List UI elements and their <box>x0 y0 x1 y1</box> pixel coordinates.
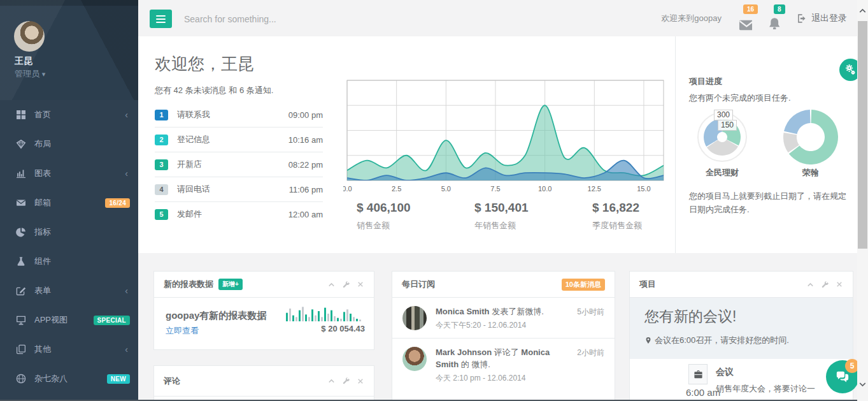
list-item[interactable]: 2 登记信息 10:16 am <box>155 128 323 152</box>
report-panel: 新的报表数据 新增+ goopay有新的报表数据 立即查看 $ 20 054.4… <box>153 271 374 350</box>
user-role-label: 管理员 <box>15 69 39 78</box>
scroll-down-arrow[interactable] <box>857 377 868 391</box>
sidebar-item-label: 布局 <box>34 138 51 150</box>
item-time: 10:16 am <box>288 135 323 145</box>
collapse-icon[interactable] <box>806 281 815 289</box>
sidebar-item-home[interactable]: 首页 ‹ <box>0 100 138 129</box>
item-number-badge: 4 <box>155 184 168 195</box>
wrench-icon[interactable] <box>342 281 350 289</box>
sidebar-item-label: 邮箱 <box>34 197 51 208</box>
svg-text:15.0: 15.0 <box>637 185 650 193</box>
list-item[interactable]: 4 请回电话 11:06 pm <box>155 177 323 202</box>
list-item[interactable]: 5 发邮件 12:00 am <box>155 202 323 226</box>
feed-user-name: Monica Smith <box>436 307 490 316</box>
sidebar-nav: 首页 ‹ 布局 图表 ‹ 邮箱 16/24 指标 <box>0 100 138 393</box>
list-item[interactable]: 1 请联系我 09:00 pm <box>155 103 323 128</box>
donut-label: 荣翰 <box>783 167 839 179</box>
feed-item[interactable]: Mark Johnson 评论了 Monica Smith 的 微博. 今天 2… <box>392 338 615 391</box>
sidebar-item-label: 表单 <box>34 285 51 296</box>
feed-time-ago: 5小时前 <box>577 307 604 317</box>
feed-action-text: 评论了 <box>492 347 521 357</box>
user-role-dropdown[interactable]: 管理员 ▾ <box>15 68 45 80</box>
page-title: 欢迎您，王昆 <box>155 53 254 75</box>
briefcase-icon <box>694 370 703 379</box>
feed-item[interactable]: Monica Smith 发表了新微博. 今天下午5:20 - 12.06.20… <box>392 298 615 338</box>
mail-count-badge: 16 <box>743 4 758 14</box>
project-progress-panel: 项目进度 您有两个未完成的项目任务. 300 150 全民理财 荣翰 您的项目马… <box>675 36 858 253</box>
sidebar-item-components[interactable]: 组件 <box>0 247 138 276</box>
panel-tools <box>806 281 843 289</box>
panel-subtitle: 您有两个未完成的项目任务. <box>689 92 791 104</box>
sidebar-item-label: APP视图 <box>34 314 68 326</box>
avatar <box>402 306 427 330</box>
bar-chart-icon <box>16 168 26 179</box>
scroll-up-arrow[interactable] <box>857 4 868 18</box>
copy-icon <box>16 344 26 354</box>
close-icon[interactable] <box>836 281 843 288</box>
item-time: 09:00 pm <box>288 110 323 120</box>
close-icon[interactable] <box>357 281 364 288</box>
sidebar-item-forms[interactable]: 表单 ‹ <box>0 276 138 305</box>
scrollbar-thumb[interactable] <box>858 21 867 249</box>
sidebar-profile: 王昆 管理员 ▾ <box>0 0 138 100</box>
event-row[interactable]: 6:00 am 会议 销售年度大会，将要讨论一 <box>630 359 853 401</box>
logout-button[interactable]: 退出登录 <box>797 13 847 24</box>
svg-text:5.0: 5.0 <box>441 185 451 193</box>
panel-title: 项目进度 <box>689 76 722 87</box>
item-number-badge: 2 <box>155 135 168 145</box>
activity-feed: Monica Smith 发表了新微博. 今天下午5:20 - 12.06.20… <box>392 298 615 391</box>
chat-bubbles-icon <box>836 370 850 384</box>
vertical-scrollbar[interactable] <box>857 0 868 401</box>
meeting-alert-title: 您有新的会议! <box>644 307 736 326</box>
stat-value: $ 406,100 <box>357 201 411 215</box>
collapse-icon[interactable] <box>327 377 336 385</box>
topbar: 欢迎来到goopay 16 8 退出登录 <box>138 0 857 36</box>
feed-action-text: 发表了新微博. <box>490 307 544 316</box>
user-avatar[interactable] <box>14 21 45 52</box>
item-label: 请联系我 <box>177 109 210 120</box>
item-label: 开新店 <box>177 159 202 170</box>
close-icon[interactable] <box>357 377 364 385</box>
topbar-right: 欢迎来到goopay 16 8 退出登录 <box>661 0 847 36</box>
svg-text:2.5: 2.5 <box>392 185 401 193</box>
sign-out-icon <box>797 13 807 24</box>
wrench-icon[interactable] <box>821 281 829 289</box>
sidebar-item-mailbox[interactable]: 邮箱 16/24 <box>0 188 138 217</box>
sidebar-item-misc[interactable]: 杂七杂八 NEW <box>0 364 138 393</box>
envelope-icon <box>16 198 26 208</box>
stat-value: $ 16,822 <box>592 201 642 215</box>
feed-user-name: Mark Johnson <box>436 347 492 357</box>
sidebar-item-others[interactable]: 其他 ‹ <box>0 335 138 364</box>
hamburger-menu-button[interactable] <box>150 10 172 28</box>
new-messages-badge: 10条新消息 <box>562 279 605 291</box>
sidebar-item-metrics[interactable]: 指标 <box>0 217 138 247</box>
sidebar-item-layout[interactable]: 布局 <box>0 129 138 159</box>
comments-panel: 评论 <box>153 365 374 401</box>
report-value: $ 20 054.43 <box>321 324 365 333</box>
panel-tools <box>327 281 364 289</box>
donut-tooltip: 150 <box>718 120 737 131</box>
view-now-link[interactable]: 立即查看 <box>166 325 199 337</box>
user-name: 王昆 <box>15 55 32 67</box>
wrench-icon[interactable] <box>342 377 350 385</box>
sidebar-item-charts[interactable]: 图表 ‹ <box>0 159 138 188</box>
sidebar-item-label: 杂七杂八 <box>34 373 68 384</box>
new-badge: NEW <box>107 374 130 384</box>
edit-icon <box>16 286 26 296</box>
item-time: 11:06 pm <box>289 185 323 194</box>
svg-text:12.5: 12.5 <box>588 185 601 193</box>
sidebar-item-app-views[interactable]: APP视图 SPECIAL <box>0 305 138 335</box>
chevron-left-icon: ‹ <box>125 344 128 354</box>
search-input[interactable] <box>183 0 453 38</box>
donut-label: 全民理财 <box>693 167 751 179</box>
main-summary-section: 欢迎您，王昆 您有 42 条未读消息 和 6 条通知. 1 请联系我 09:00… <box>138 36 857 253</box>
item-number-badge: 3 <box>155 159 168 170</box>
list-item[interactable]: 3 开新店 08:22 pm <box>155 152 323 177</box>
desktop-icon <box>16 315 26 325</box>
sidebar-item-label: 组件 <box>34 256 51 267</box>
notifications-menu[interactable]: 8 <box>766 10 783 27</box>
panel-header: 项目 <box>630 272 853 298</box>
mail-menu[interactable]: 16 <box>736 10 752 27</box>
page-subtitle: 您有 42 条未读消息 和 6 条通知. <box>155 85 273 96</box>
collapse-icon[interactable] <box>327 281 336 289</box>
